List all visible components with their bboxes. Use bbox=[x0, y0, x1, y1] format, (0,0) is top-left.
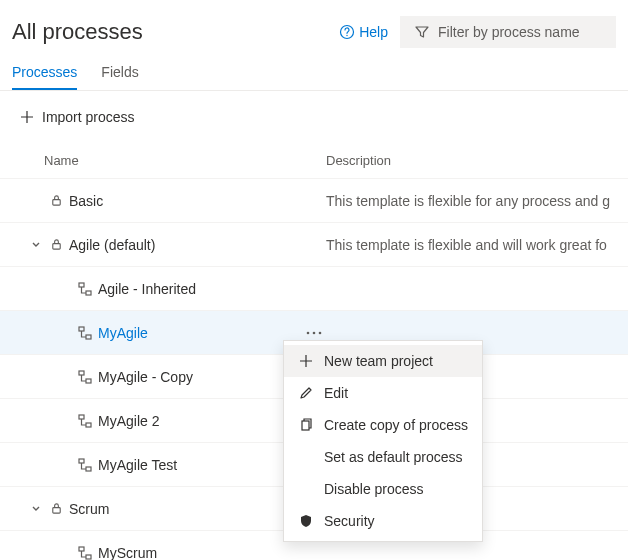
lock-icon bbox=[50, 502, 63, 515]
process-name: MyAgile Test bbox=[98, 457, 177, 473]
svg-point-9 bbox=[313, 331, 316, 334]
svg-rect-5 bbox=[86, 291, 91, 295]
lock-icon bbox=[50, 194, 63, 207]
svg-point-10 bbox=[319, 331, 322, 334]
filter-input[interactable]: Filter by process name bbox=[400, 16, 616, 48]
column-name: Name bbox=[12, 153, 326, 168]
inherit-icon bbox=[78, 370, 92, 384]
process-description: This template is flexible and will work … bbox=[326, 237, 616, 253]
help-label: Help bbox=[359, 24, 388, 40]
menu-set-default[interactable]: Set as default process bbox=[284, 441, 482, 473]
svg-rect-3 bbox=[53, 244, 60, 250]
chevron-down-icon[interactable] bbox=[28, 239, 44, 251]
svg-rect-6 bbox=[79, 327, 84, 331]
process-name: Agile (default) bbox=[69, 237, 155, 253]
svg-rect-13 bbox=[79, 415, 84, 419]
inherit-icon bbox=[78, 414, 92, 428]
shield-icon bbox=[299, 514, 313, 528]
pencil-icon bbox=[299, 386, 313, 400]
process-name: Basic bbox=[69, 193, 103, 209]
menu-disable[interactable]: Disable process bbox=[284, 473, 482, 505]
column-description: Description bbox=[326, 153, 391, 168]
process-name: MyScrum bbox=[98, 545, 157, 561]
table-header: Name Description bbox=[0, 143, 628, 178]
menu-label: Set as default process bbox=[324, 449, 463, 465]
tab-fields[interactable]: Fields bbox=[101, 56, 138, 90]
process-row[interactable]: Agile - Inherited bbox=[0, 266, 628, 310]
svg-rect-7 bbox=[86, 335, 91, 339]
process-name: Scrum bbox=[69, 501, 109, 517]
svg-rect-17 bbox=[53, 508, 60, 514]
svg-rect-20 bbox=[302, 421, 309, 430]
more-actions-button[interactable] bbox=[302, 331, 326, 335]
filter-icon bbox=[414, 24, 430, 40]
svg-rect-12 bbox=[86, 379, 91, 383]
svg-rect-15 bbox=[79, 459, 84, 463]
process-name[interactable]: MyAgile bbox=[98, 325, 148, 341]
menu-security[interactable]: Security bbox=[284, 505, 482, 537]
context-menu: New team project Edit Create copy of pro… bbox=[283, 340, 483, 542]
svg-rect-19 bbox=[86, 555, 91, 559]
copy-icon bbox=[299, 418, 313, 432]
menu-label: Security bbox=[324, 513, 375, 529]
menu-edit[interactable]: Edit bbox=[284, 377, 482, 409]
svg-rect-18 bbox=[79, 547, 84, 551]
page-title: All processes bbox=[12, 19, 339, 45]
svg-rect-16 bbox=[86, 467, 91, 471]
tab-bar: Processes Fields bbox=[0, 48, 628, 91]
svg-rect-4 bbox=[79, 283, 84, 287]
plus-icon bbox=[299, 354, 313, 368]
inherit-icon bbox=[78, 458, 92, 472]
svg-point-1 bbox=[347, 35, 348, 36]
svg-rect-2 bbox=[53, 200, 60, 206]
process-name: MyAgile 2 bbox=[98, 413, 159, 429]
menu-label: Disable process bbox=[324, 481, 424, 497]
process-row[interactable]: Agile (default)This template is flexible… bbox=[0, 222, 628, 266]
import-process-button[interactable]: Import process bbox=[12, 105, 143, 129]
filter-placeholder: Filter by process name bbox=[438, 24, 580, 40]
process-name: Agile - Inherited bbox=[98, 281, 196, 297]
menu-label: Create copy of process bbox=[324, 417, 468, 433]
menu-label: New team project bbox=[324, 353, 433, 369]
menu-new-team-project[interactable]: New team project bbox=[284, 345, 482, 377]
menu-create-copy[interactable]: Create copy of process bbox=[284, 409, 482, 441]
process-row[interactable]: BasicThis template is flexible for any p… bbox=[0, 178, 628, 222]
process-name: MyAgile - Copy bbox=[98, 369, 193, 385]
svg-point-8 bbox=[307, 331, 310, 334]
lock-icon bbox=[50, 238, 63, 251]
svg-rect-14 bbox=[86, 423, 91, 427]
tab-processes[interactable]: Processes bbox=[12, 56, 77, 90]
help-icon bbox=[339, 24, 355, 40]
svg-rect-11 bbox=[79, 371, 84, 375]
inherit-icon bbox=[78, 282, 92, 296]
inherit-icon bbox=[78, 546, 92, 560]
chevron-down-icon[interactable] bbox=[28, 503, 44, 515]
import-label: Import process bbox=[42, 109, 135, 125]
plus-icon bbox=[20, 110, 34, 124]
help-link[interactable]: Help bbox=[339, 24, 388, 40]
menu-label: Edit bbox=[324, 385, 348, 401]
inherit-icon bbox=[78, 326, 92, 340]
process-description: This template is flexible for any proces… bbox=[326, 193, 616, 209]
